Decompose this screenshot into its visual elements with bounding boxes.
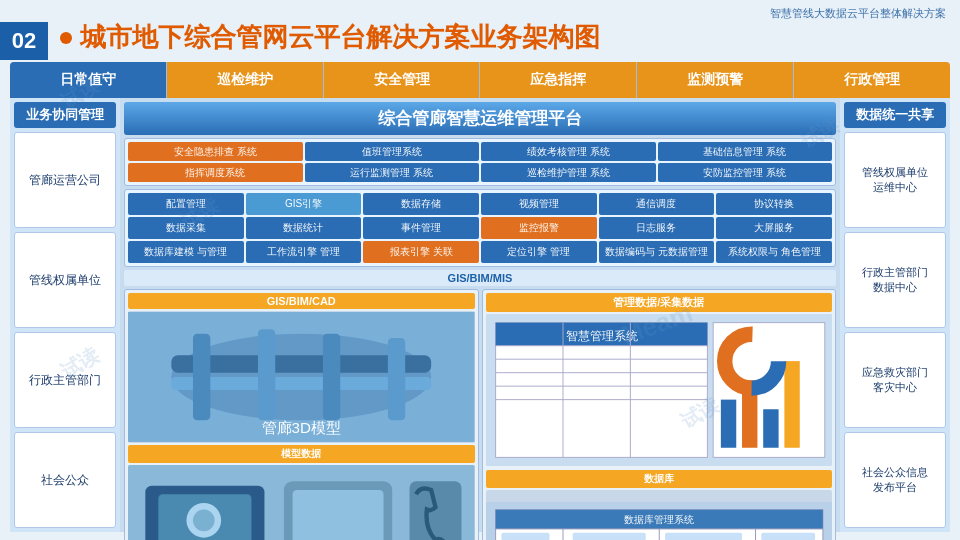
grid-1: GIS引擎 (246, 193, 362, 215)
sys-box-7: 安防监控管理 系统 (658, 163, 833, 182)
bim-svg: 管廊3D模型 (128, 312, 475, 442)
grid-11: 大屏服务 (716, 217, 832, 239)
mgmt-svg: 智慧管理系统 (486, 314, 833, 466)
svg-rect-5 (258, 330, 275, 421)
grid-2: 数据存储 (363, 193, 479, 215)
platform-title: 综合管廊智慧运维管理平台 (124, 102, 836, 135)
right-sidebar-header: 数据统一共享 (844, 102, 946, 128)
bim-image: 管廊3D模型 (128, 311, 475, 443)
grid-6: 数据采集 (128, 217, 244, 239)
svg-rect-48 (501, 533, 549, 540)
sys-box-5: 运行监测管理 系统 (305, 163, 480, 182)
sys-box-2: 绩效考核管理 系统 (481, 142, 656, 161)
sys-box-4: 指挥调度系统 (128, 163, 303, 182)
bottom-left: GIS/BIM/CAD 管廊 (124, 289, 479, 540)
grid-17: 系统权限与 角色管理 (716, 241, 832, 263)
left-sidebar: 业务协同管理 管廊运营公司 管线权属单位 行政主管部门 社会公众 (10, 98, 120, 532)
mgmt-data-image: 智慧管理系统 (486, 314, 833, 466)
nav-item-1[interactable]: 巡检维护 (167, 62, 324, 98)
database-label: 数据库 (486, 470, 833, 488)
nav-item-5[interactable]: 行政管理 (794, 62, 950, 98)
video-svg: 监控设备 (128, 465, 475, 540)
sys-row-2: 指挥调度系统 运行监测管理 系统 巡检维护管理 系统 安防监控管理 系统 (128, 163, 832, 182)
svg-rect-33 (763, 409, 778, 448)
svg-rect-4 (193, 334, 210, 421)
grid-9: 监控报警 (481, 217, 597, 239)
top-right-label: 智慧管线大数据云平台整体解决方案 (770, 6, 946, 21)
main-layout: 业务协同管理 管廊运营公司 管线权属单位 行政主管部门 社会公众 综合管廊智慧运… (10, 98, 950, 532)
nav-item-3[interactable]: 应急指挥 (480, 62, 637, 98)
grid-10: 日志服务 (599, 217, 715, 239)
slide-number: 02 (0, 22, 48, 60)
sys-box-1: 值班管理系统 (305, 142, 480, 161)
right-sidebar-item-1: 行政主管部门 数据中心 (844, 232, 946, 328)
title-text: 城市地下综合管网云平台解决方案业务架构图 (80, 20, 600, 55)
left-sidebar-header: 业务协同管理 (14, 102, 116, 128)
bottom-section: GIS/BIM/CAD 管廊 (124, 289, 836, 540)
bottom-left-header: GIS/BIM/CAD (128, 293, 475, 309)
svg-rect-49 (572, 533, 645, 540)
grid-3: 视频管理 (481, 193, 597, 215)
content-area: 日常值守 巡检维护 安全管理 应急指挥 监测预警 行政管理 业务协同管理 管廊运… (10, 62, 950, 532)
svg-text:智慧管理系统: 智慧管理系统 (565, 329, 637, 342)
right-sidebar: 数据统一共享 管线权属单位 运维中心 行政主管部门 数据中心 应急救灾部门 客灾… (840, 98, 950, 532)
bottom-right-header: 管理数据/采集数据 (486, 293, 833, 312)
db-svg: 数据库管理系统 (486, 502, 833, 540)
right-sidebar-item-0: 管线权属单位 运维中心 (844, 132, 946, 228)
left-sidebar-item-1: 管线权属单位 (14, 232, 116, 328)
sys-box-0: 安全隐患排查 系统 (128, 142, 303, 161)
svg-text:管廊3D模型: 管廊3D模型 (262, 419, 341, 436)
svg-rect-6 (323, 334, 340, 421)
nav-item-2[interactable]: 安全管理 (324, 62, 481, 98)
svg-text:数据库管理系统: 数据库管理系统 (624, 515, 694, 526)
grid-12: 数据库建模 与管理 (128, 241, 244, 263)
grid-15: 定位引擎 管理 (481, 241, 597, 263)
right-sidebar-item-2: 应急救灾部门 客灾中心 (844, 332, 946, 428)
grid-13: 工作流引擎 管理 (246, 241, 362, 263)
grid-8: 事件管理 (363, 217, 479, 239)
svg-rect-50 (665, 533, 742, 540)
grid-4: 通信调度 (599, 193, 715, 215)
top-nav: 日常值守 巡检维护 安全管理 应急指挥 监测预警 行政管理 (10, 62, 950, 98)
nav-item-4[interactable]: 监测预警 (637, 62, 794, 98)
left-sidebar-item-3: 社会公众 (14, 432, 116, 528)
gis-label: GIS/BIM/MIS (124, 270, 836, 286)
sys-row-1: 安全隐患排查 系统 值班管理系统 绩效考核管理 系统 基础信息管理 系统 (128, 142, 832, 161)
grid-5: 协议转换 (716, 193, 832, 215)
svg-point-13 (193, 510, 215, 532)
right-sidebar-item-3: 社会公众信息 发布平台 (844, 432, 946, 528)
svg-rect-31 (720, 400, 735, 448)
bottom-right: 管理数据/采集数据 智慧管理系统 (482, 289, 837, 540)
middle-grid: 配置管理 GIS引擎 数据存储 视频管理 通信调度 协议转换 数据采集 数据统计… (124, 189, 836, 267)
left-sidebar-item-0: 管廊运营公司 (14, 132, 116, 228)
system-rows: 安全隐患排查 系统 值班管理系统 绩效考核管理 系统 基础信息管理 系统 指挥调… (124, 138, 836, 186)
sys-box-6: 巡检维护管理 系统 (481, 163, 656, 182)
db-image: 数据库管理系统 (486, 490, 833, 540)
grid-0: 配置管理 (128, 193, 244, 215)
svg-rect-15 (293, 490, 384, 540)
left-sidebar-item-2: 行政主管部门 (14, 332, 116, 428)
svg-rect-34 (784, 361, 799, 448)
svg-rect-51 (761, 533, 815, 540)
model-label: 模型数据 (128, 445, 475, 463)
grid-14: 报表引擎 关联 (363, 241, 479, 263)
nav-item-0[interactable]: 日常值守 (10, 62, 167, 98)
grid-7: 数据统计 (246, 217, 362, 239)
grid-16: 数据编码与 元数据管理 (599, 241, 715, 263)
video-image: 监控设备 (128, 465, 475, 540)
svg-rect-7 (388, 338, 405, 420)
center-content: 综合管廊智慧运维管理平台 安全隐患排查 系统 值班管理系统 绩效考核管理 系统 … (120, 98, 840, 532)
main-title: 城市地下综合管网云平台解决方案业务架构图 (60, 20, 600, 55)
sys-box-3: 基础信息管理 系统 (658, 142, 833, 161)
title-dot (60, 32, 72, 44)
